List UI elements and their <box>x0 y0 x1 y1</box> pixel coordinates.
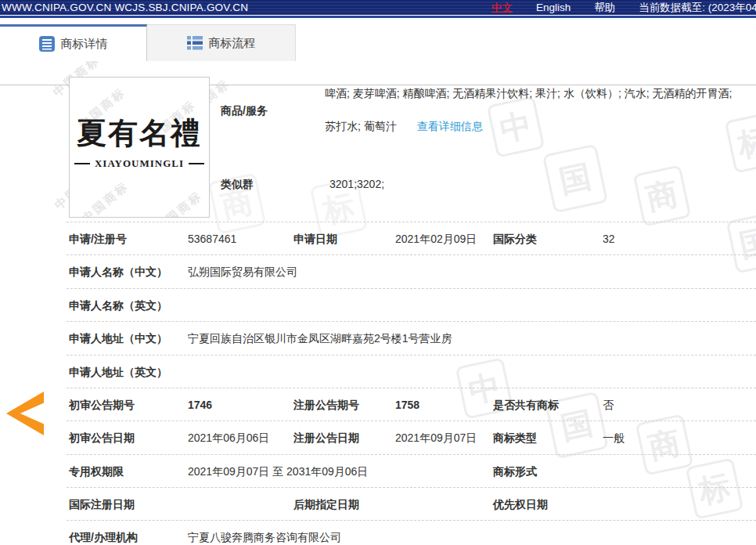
site-url: WWW.CNIPA.GOV.CN WCJS.SBJ.CNIPA.GOV.CN <box>2 2 248 13</box>
field-value: 32 <box>603 222 615 255</box>
field-label: 申请人名称（中文） <box>69 255 167 288</box>
topbar-underline <box>0 16 756 18</box>
field-label: 国际注册日期 <box>69 488 135 521</box>
collapse-left-arrow[interactable] <box>6 392 44 435</box>
trademark-name-text: 夏有名禮 <box>70 114 209 153</box>
watermark-text: 中国商标 <box>79 179 131 218</box>
similar-group-label: 类似群 <box>221 178 254 192</box>
watermark-seal: 中 <box>487 96 545 157</box>
tab-label: 商标流程 <box>209 36 256 51</box>
trademark-latin-text: XIAYOUMINGLI <box>70 157 209 170</box>
table-row: 代理/办理机构 宁夏八骏奔腾商务咨询有限公司 <box>67 520 756 545</box>
watermark-seal: 标 <box>725 111 756 173</box>
goods-services-line2-text: 苏打水; 葡萄汁 <box>325 120 397 132</box>
field-label: 申请人名称（英文） <box>69 289 167 322</box>
field-label: 申请人地址（英文） <box>69 356 167 388</box>
detail-list-icon <box>39 36 55 52</box>
field-label: 代理/办理机构 <box>69 521 138 545</box>
field-value: 2021年06月06日 <box>188 421 269 454</box>
field-value: 宁夏八骏奔腾商务咨询有限公司 <box>188 521 341 545</box>
watermark-seal: 商 <box>633 164 692 226</box>
field-label: 初审公告日期 <box>69 421 135 454</box>
field-label: 后期指定日期 <box>293 488 359 521</box>
similar-group-value: 3201;3202; <box>329 178 384 190</box>
table-row: 申请人名称（英文） <box>67 288 756 322</box>
watermark-seal: 国 <box>542 144 608 214</box>
help-link[interactable]: 帮助 <box>594 1 615 15</box>
field-value: 2021年09月07日 至 2031年09月06日 <box>188 455 368 488</box>
tab-bar: 商标详情 商标流程 <box>0 24 756 61</box>
field-label: 注册公告日期 <box>293 421 359 454</box>
field-label: 国际分类 <box>493 222 537 255</box>
table-row: 申请/注册号 53687461 申请日期 2021年02月09日 国际分类 32 <box>67 222 756 255</box>
field-label: 商标类型 <box>493 421 537 454</box>
field-label: 商标形式 <box>493 455 537 488</box>
table-row: 国际注册日期 后期指定日期 优先权日期 <box>67 487 756 521</box>
field-label: 注册公告期号 <box>293 388 359 421</box>
table-row: 专用权期限 2021年09月07日 至 2031年09月06日 商标形式 <box>67 454 756 488</box>
trademark-image[interactable]: 中国商标 中国商标 中国商标 中国商标 夏有名禮 XIAYOUMINGLI <box>69 77 210 218</box>
field-value: 53687461 <box>188 222 236 255</box>
table-row: 初审公告期号 1746 注册公告期号 1758 是否共有商标 否 <box>67 388 756 421</box>
goods-services-line1: 啤酒; 麦芽啤酒; 精酿啤酒; 无酒精果汁饮料; 果汁; 水（饮料）; 汽水; … <box>325 87 755 101</box>
data-cutoff-note: 当前数据截至: (2023年04 <box>639 1 756 15</box>
table-row: 申请人名称（中文） 弘朔国际贸易有限公司 <box>67 254 756 288</box>
dash-rule <box>189 163 204 164</box>
table-row: 申请人地址（英文） <box>67 355 756 388</box>
field-value: 一般 <box>603 421 625 454</box>
tab-trademark-detail[interactable]: 商标详情 <box>0 24 147 61</box>
goods-services-line2: 苏打水; 葡萄汁查看详细信息 <box>325 120 483 134</box>
lang-chinese-link[interactable]: 中文 <box>491 1 513 15</box>
field-value: 1758 <box>395 388 419 421</box>
field-label: 申请/注册号 <box>69 222 127 255</box>
goods-services-label: 商品/服务 <box>221 104 268 118</box>
field-label: 申请日期 <box>293 222 337 255</box>
field-value: 弘朔国际贸易有限公司 <box>188 255 297 288</box>
process-list-icon <box>187 35 203 51</box>
field-value: 2021年02月09日 <box>395 222 477 255</box>
view-detail-link[interactable]: 查看详细信息 <box>417 120 483 132</box>
trademark-latin-label: XIAYOUMINGLI <box>95 157 184 170</box>
dash-rule <box>74 163 90 164</box>
topbar-menu: 中文 English 帮助 当前数据截至: (2023年04 <box>491 0 756 15</box>
field-label: 初审公告期号 <box>69 388 135 421</box>
field-value: 1746 <box>188 388 212 421</box>
field-value: 2021年09月07日 <box>395 421 477 454</box>
tab-label: 商标详情 <box>61 37 108 52</box>
field-label: 优先权日期 <box>493 488 548 521</box>
table-row: 初审公告日期 2021年06月06日 注册公告日期 2021年09月07日 商标… <box>67 420 756 454</box>
field-value: 宁夏回族自治区银川市金凤区湖畔嘉苑2号楼1号营业房 <box>188 322 452 355</box>
field-label: 专用权期限 <box>69 455 124 488</box>
table-row: 申请人地址（中文） 宁夏回族自治区银川市金凤区湖畔嘉苑2号楼1号营业房 <box>67 321 756 355</box>
topbar: WWW.CNIPA.GOV.CN WCJS.SBJ.CNIPA.GOV.CN 中… <box>0 0 756 15</box>
tab-trademark-process[interactable]: 商标流程 <box>147 24 296 61</box>
watermark-text: 中国商标 <box>153 188 205 218</box>
field-label: 申请人地址（中文） <box>69 322 167 355</box>
field-value: 否 <box>603 388 614 421</box>
field-label: 是否共有商标 <box>493 388 559 421</box>
lang-english-link[interactable]: English <box>536 2 571 13</box>
